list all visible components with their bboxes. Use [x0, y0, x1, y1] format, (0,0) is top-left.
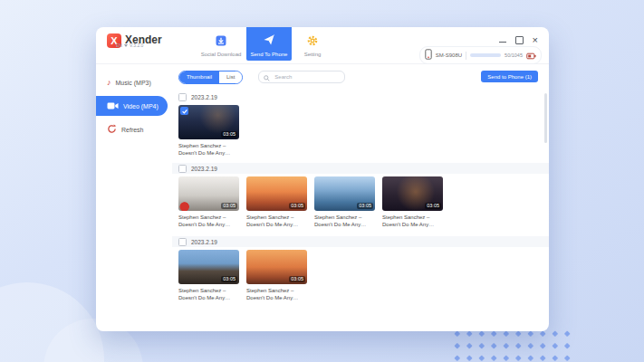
video-card[interactable]: 03:05 Stephen Sanchez – Doesn't Do Me An…	[382, 176, 443, 229]
desktop-background: X Xender EN V.3.2.0 Social Download	[0, 0, 644, 362]
date-label: 2023.2.19	[191, 94, 217, 100]
video-thumbnail[interactable]: 03:05	[314, 176, 375, 211]
video-card[interactable]: 03:05 Stephen Sanchez – Doesn't Do Me An…	[178, 250, 239, 302]
video-title: Stephen Sanchez – Doesn't Do Me Any Good…	[246, 288, 307, 302]
sidebar-item-video[interactable]: Video (MP4)	[96, 96, 168, 116]
video-thumbnail[interactable]: 03:05	[382, 176, 443, 211]
music-note-icon: ♪	[107, 78, 111, 87]
date-checkbox[interactable]	[178, 165, 187, 173]
device-name: SM-S908U	[436, 52, 462, 58]
view-list-button[interactable]: List	[219, 71, 242, 83]
item-checkbox-checked[interactable]	[180, 107, 188, 115]
divider	[466, 52, 466, 60]
maximize-button[interactable]	[515, 36, 524, 44]
view-toggle: Thumbnail List	[178, 71, 243, 84]
toolbar: Thumbnail List Send to Phone (1)	[172, 71, 549, 83]
tab-send-to-phone[interactable]: Send To Phone	[246, 27, 292, 61]
tab-label: Social Download	[201, 52, 242, 57]
send-plane-icon	[263, 33, 275, 50]
content-area: Thumbnail List Send to Phone (1) 2023.2.…	[172, 71, 549, 331]
video-card[interactable]: 03:05 Stephen Sanchez – Doesn't Do Me An…	[314, 176, 375, 229]
search-icon	[264, 69, 270, 85]
xender-window: X Xender EN V.3.2.0 Social Download	[96, 27, 549, 331]
video-thumbnail[interactable]: 03:05	[246, 250, 307, 284]
sidebar-item-label: Video (MP4)	[123, 103, 159, 110]
duration-badge: 03:05	[221, 203, 237, 209]
video-card[interactable]: 03:05 Stephen Sanchez – Doesn't Do Me An…	[178, 105, 239, 157]
video-card[interactable]: 03:05 Stephen Sanchez – Doesn't Do Me An…	[246, 176, 307, 229]
video-title: Stephen Sanchez – Doesn't Do Me Any Good…	[178, 214, 239, 229]
language-version[interactable]: EN V.3.2.0	[116, 43, 143, 48]
search-box	[258, 71, 345, 83]
sidebar-item-label: Refresh	[121, 127, 144, 133]
send-to-phone-button[interactable]: Send to Phone (1)	[481, 71, 538, 82]
date-group-header: 2023.2.19	[172, 236, 549, 247]
tab-label: Setting	[304, 52, 322, 57]
battery-icon[interactable]	[526, 47, 536, 63]
video-title: Stephen Sanchez – Doesn't Do Me Any Good…	[178, 143, 239, 157]
sidebar-item-refresh[interactable]: Refresh	[96, 119, 172, 139]
video-title: Stephen Sanchez – Doesn't Do Me Any Good…	[382, 214, 443, 229]
video-title: Stephen Sanchez – Doesn't Do Me Any Good…	[314, 214, 375, 229]
date-label: 2023.2.19	[191, 166, 217, 172]
minimize-button[interactable]	[499, 42, 506, 43]
version-label: V.3.2.0	[130, 43, 143, 48]
phone-icon	[425, 47, 432, 63]
video-thumbnail[interactable]: 03:05	[178, 176, 239, 211]
tab-label: Send To Phone	[251, 52, 288, 57]
refresh-icon	[107, 124, 117, 135]
video-camera-icon	[107, 101, 119, 111]
transfer-count: 50/1045	[505, 52, 523, 58]
duration-badge: 03:05	[357, 203, 373, 209]
date-label: 2023.2.19	[191, 239, 217, 245]
video-grid: 03:05 Stephen Sanchez – Doesn't Do Me An…	[172, 176, 549, 229]
duration-badge: 03:05	[289, 203, 305, 209]
window-controls: ×	[499, 35, 538, 44]
video-grid: 03:05 Stephen Sanchez – Doesn't Do Me An…	[172, 105, 549, 157]
tab-setting[interactable]: Setting	[292, 27, 333, 61]
date-checkbox[interactable]	[178, 238, 187, 246]
search-input[interactable]	[273, 73, 340, 81]
date-group-header: 2023.2.19	[172, 163, 549, 174]
duration-badge: 03:05	[221, 131, 237, 138]
social-download-icon	[216, 33, 226, 50]
transfer-progress-bar	[470, 53, 501, 57]
video-card[interactable]: 03:05 Stephen Sanchez – Doesn't Do Me An…	[178, 176, 239, 229]
view-thumbnail-button[interactable]: Thumbnail	[179, 71, 219, 83]
decor-dot-grid	[451, 328, 574, 362]
date-group-header: 2023.2.19	[172, 91, 549, 102]
video-grid: 03:05 Stephen Sanchez – Doesn't Do Me An…	[172, 250, 549, 302]
duration-badge: 03:05	[221, 276, 237, 282]
video-card[interactable]: 03:05 Stephen Sanchez – Doesn't Do Me An…	[246, 250, 307, 302]
date-checkbox[interactable]	[178, 93, 187, 101]
video-title: Stephen Sanchez – Doesn't Do Me Any Good…	[178, 288, 239, 302]
video-thumbnail[interactable]: 03:05	[178, 250, 239, 284]
window-header: X Xender EN V.3.2.0 Social Download	[96, 27, 549, 64]
connected-device-bar: SM-S908U 50/1045	[419, 46, 542, 64]
sidebar: ♪ Music (MP3) Video (MP4) Refresh	[96, 63, 172, 331]
chevron-down-icon	[124, 44, 128, 47]
header-tabs: Social Download Send To Phone Setting	[196, 27, 333, 61]
sidebar-item-music[interactable]: ♪ Music (MP3)	[96, 72, 172, 92]
sidebar-item-label: Music (MP3)	[116, 80, 151, 86]
duration-badge: 03:05	[289, 276, 305, 282]
close-button[interactable]: ×	[533, 35, 538, 44]
language-label: EN	[116, 43, 122, 48]
tab-social-download[interactable]: Social Download	[196, 27, 246, 61]
video-thumbnail[interactable]: 03:05	[178, 105, 239, 139]
duration-badge: 03:05	[425, 203, 441, 209]
gear-icon	[307, 33, 318, 50]
scrollbar-thumb[interactable]	[544, 93, 547, 143]
video-thumbnail[interactable]: 03:05	[246, 176, 307, 211]
video-title: Stephen Sanchez – Doesn't Do Me Any Good…	[246, 214, 307, 229]
